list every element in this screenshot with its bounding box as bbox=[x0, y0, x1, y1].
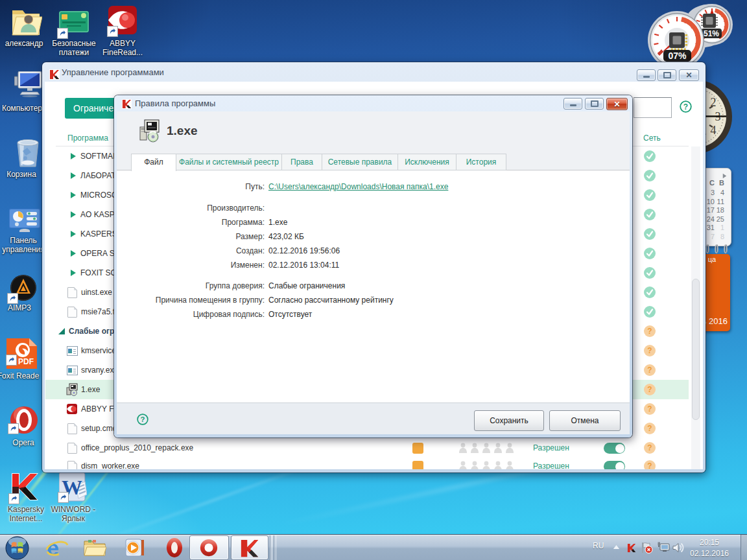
svg-text:2: 2 bbox=[711, 96, 717, 109]
svg-text:?: ? bbox=[683, 102, 688, 111]
svg-text:07%: 07% bbox=[668, 51, 687, 61]
svg-text:?: ? bbox=[141, 415, 145, 423]
svg-text:51%: 51% bbox=[704, 29, 719, 38]
svg-text:PDF: PDF bbox=[18, 357, 34, 366]
svg-text:4: 4 bbox=[711, 124, 717, 137]
